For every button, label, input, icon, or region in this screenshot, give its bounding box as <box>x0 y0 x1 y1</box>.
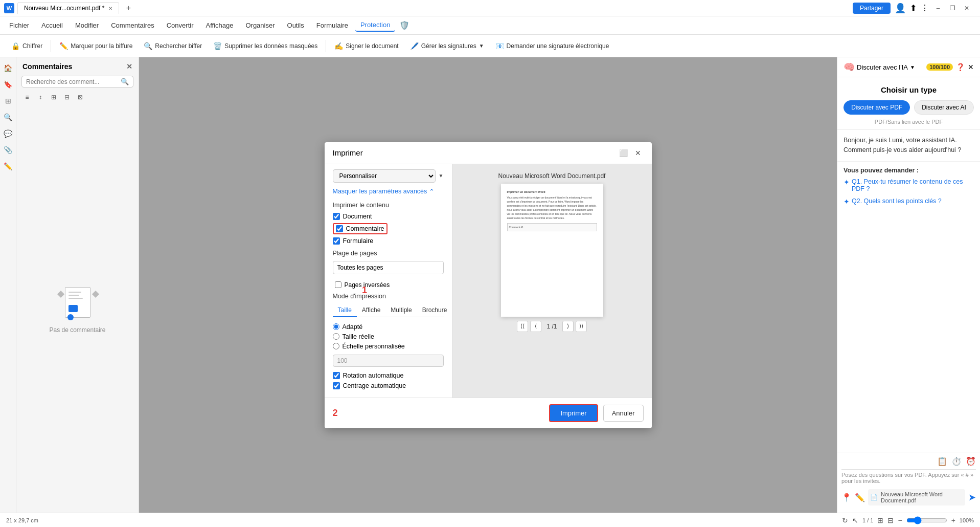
dialog-maximize-icon[interactable]: ⬜ <box>618 147 629 159</box>
ai-close-icon[interactable]: ✕ <box>968 63 974 71</box>
menu-modifier[interactable]: Modifier <box>70 19 104 31</box>
rotate-icon[interactable]: ↻ <box>842 516 848 524</box>
ai-help-icon[interactable]: ❓ <box>956 63 965 71</box>
toolbar-sep-2 <box>326 40 326 52</box>
menu-organiser[interactable]: Organiser <box>240 19 280 31</box>
advanced-toggle[interactable]: Masquer les paramètres avancés ⌃ <box>333 188 444 195</box>
toolbar-rechercher[interactable]: 🔍 Rechercher biffer <box>139 39 207 53</box>
checkbox-centrage-input[interactable] <box>333 382 340 389</box>
checkbox-centrage-label: Centrage automatique <box>343 382 406 389</box>
menu-accueil[interactable]: Accueil <box>36 19 68 31</box>
toolbar-gerer[interactable]: 🖊️ Gérer les signatures ▼ <box>405 39 489 53</box>
filter2-icon[interactable]: ⊟ <box>61 92 73 103</box>
attach-icon[interactable]: 📎 <box>2 143 15 157</box>
toolbar-demander[interactable]: 📧 Demander une signature électronique <box>490 39 614 53</box>
comment-search-input[interactable] <box>26 78 118 85</box>
tab-close-icon[interactable]: ✕ <box>108 6 112 11</box>
tab-affiche[interactable]: Affiche <box>357 304 385 317</box>
view-mode-icon1[interactable]: ⊞ <box>877 516 883 524</box>
signer-label: Signer le document <box>346 42 398 50</box>
menu-outils[interactable]: Outils <box>282 19 309 31</box>
comment-search-box[interactable]: 🔍 <box>21 76 133 87</box>
radio-adapte-input[interactable] <box>333 323 339 330</box>
menu-convertir[interactable]: Convertir <box>162 19 199 31</box>
sort-num-icon[interactable]: ↕ <box>35 92 46 103</box>
printer-select[interactable]: Personnaliser <box>333 169 436 183</box>
location-icon[interactable]: 📍 <box>841 493 852 502</box>
comment-panel-icon[interactable]: 💬 <box>2 127 15 140</box>
checkbox-document-label: Document <box>343 213 372 220</box>
pen-icon[interactable]: ✏️ <box>2 160 15 173</box>
radio-echelle-input[interactable] <box>333 343 339 349</box>
cursor-icon[interactable]: ↖ <box>852 516 858 524</box>
ai-chat-selector[interactable]: 🧠 Discuter avec l'IA ▼ <box>844 61 915 73</box>
tab-multiple[interactable]: Multiple <box>385 304 417 317</box>
annotation-2: 2 <box>333 408 338 419</box>
close-button[interactable]: ✕ <box>962 3 972 13</box>
checkbox-formulaire-input[interactable] <box>333 237 340 245</box>
maximize-button[interactable]: ❐ <box>947 3 958 13</box>
menu-commentaires[interactable]: Commentaires <box>106 19 159 31</box>
view-mode-icon2[interactable]: ⊟ <box>887 516 894 524</box>
add-tab-button[interactable]: + <box>122 2 134 14</box>
minimize-button[interactable]: – <box>933 3 943 13</box>
dialog-footer: 2 Imprimer Annuler <box>325 398 652 428</box>
ai-type-pdf-btn[interactable]: Discuter avec PDF <box>844 100 910 115</box>
ai-tools-icon2[interactable]: ⏱️ <box>951 456 962 466</box>
ai-type-ai-btn[interactable]: Discuter avec AI <box>914 100 974 115</box>
zoom-slider[interactable] <box>906 516 947 524</box>
help-icon[interactable]: 🛡️ <box>399 20 409 30</box>
pages-inversees-checkbox[interactable] <box>335 281 341 288</box>
radio-taille-reelle: Taille réelle <box>333 333 444 340</box>
send-icon[interactable]: ➤ <box>968 492 976 503</box>
status-page-info: 1 / 1 <box>862 517 873 523</box>
ai-question-2[interactable]: ✦ Q2. Quels sont les points clés ? <box>844 197 974 206</box>
toolbar-marquer[interactable]: ✏️ Marquer pour la biffure <box>54 39 138 53</box>
filter-icon[interactable]: ⊞ <box>48 92 59 103</box>
menu-file[interactable]: Fichier <box>4 19 34 31</box>
user-icon[interactable]: 👤 <box>895 3 906 14</box>
home-panel-icon[interactable]: 🏠 <box>2 61 15 75</box>
toolbar-supprimer[interactable]: 🗑️ Supprimer les données masquées <box>208 39 323 53</box>
checkbox-commentaire-input[interactable] <box>336 225 343 232</box>
upload-icon[interactable]: ⬆ <box>910 3 917 13</box>
no-comment-label: Pas de commentaire <box>49 326 105 334</box>
cancel-button[interactable]: Annuler <box>603 405 644 422</box>
checkbox-rotation-input[interactable] <box>333 372 340 379</box>
bookmark-icon[interactable]: 🔖 <box>2 78 15 91</box>
zoom-out-icon[interactable]: − <box>898 516 902 524</box>
options-icon[interactable]: ⊠ <box>75 92 86 103</box>
zoom-in-icon[interactable]: + <box>951 516 955 524</box>
page-range-select[interactable]: Toutes les pages Page courante Pages per… <box>333 261 444 274</box>
menu-formulaire[interactable]: Formulaire <box>311 19 353 31</box>
demander-label: Demander une signature électronique <box>507 42 609 50</box>
scale-input[interactable] <box>333 355 444 367</box>
share-button[interactable]: Partager <box>853 3 891 14</box>
menu-affichage[interactable]: Affichage <box>200 19 238 31</box>
radio-taille-reelle-input[interactable] <box>333 333 339 340</box>
tab-taille[interactable]: Taille <box>333 304 357 317</box>
tab-brochure[interactable]: Brochure <box>417 304 452 317</box>
print-button[interactable]: Imprimer <box>549 404 598 422</box>
layers-icon[interactable]: ⊞ <box>2 94 15 107</box>
ai-tools-icon1[interactable]: 📋 <box>937 456 947 466</box>
pag-prev-btn[interactable]: ⟨ <box>530 321 541 332</box>
pag-next-btn[interactable]: ⟩ <box>562 321 574 332</box>
menu-dots-icon[interactable]: ⋮ <box>921 3 929 13</box>
toolbar-chiffrer[interactable]: 🔒 Chiffrer <box>6 39 48 53</box>
toolbar-signer[interactable]: ✍️ Signer le document <box>329 39 403 53</box>
menu-protection[interactable]: Protection <box>355 19 396 32</box>
search-panel-icon[interactable]: 🔍 <box>2 111 15 124</box>
pag-first-btn[interactable]: ⟨⟨ <box>517 321 528 332</box>
sidebar-close-icon[interactable]: ✕ <box>126 62 132 71</box>
checkbox-document-input[interactable] <box>333 213 340 220</box>
edit2-icon[interactable]: ✏️ <box>855 493 865 502</box>
sort-icon[interactable]: ≡ <box>21 92 33 103</box>
ai-tools-icon3[interactable]: ⏰ <box>966 456 976 466</box>
dialog-close-icon[interactable]: ✕ <box>632 147 644 159</box>
active-tab[interactable]: Nouveau Micr...ocument.pdf * ✕ <box>17 2 119 14</box>
preview-doc-title: Nouveau Microsoft Word Document.pdf <box>498 172 606 180</box>
title-bar-left: W Nouveau Micr...ocument.pdf * ✕ + <box>4 2 849 14</box>
pag-last-btn[interactable]: ⟩⟩ <box>576 321 587 332</box>
ai-question-1[interactable]: ✦ Q1. Peux-tu résumer le contenu de ces … <box>844 178 974 192</box>
